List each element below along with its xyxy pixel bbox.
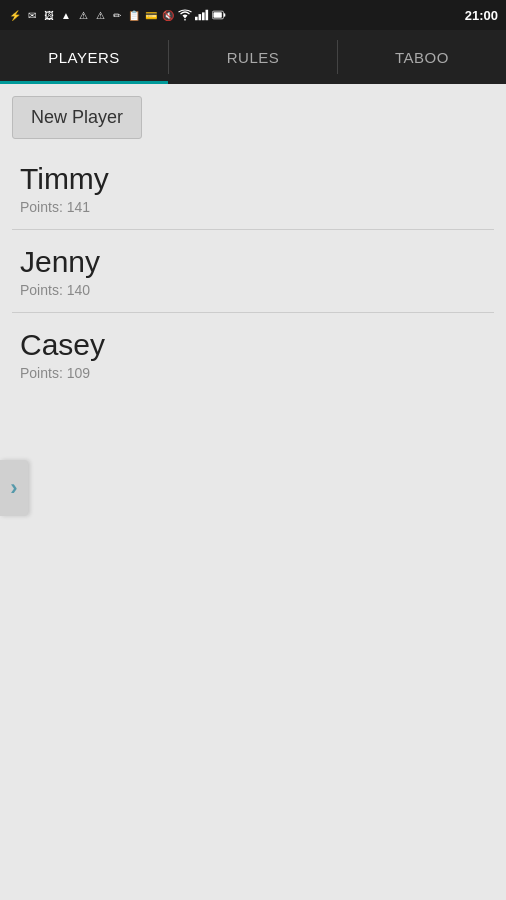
tab-players[interactable]: PLAYERS (0, 30, 168, 84)
svg-rect-3 (206, 10, 209, 21)
warning-icon: ⚠ (76, 8, 90, 22)
player-points: Points: 140 (20, 282, 486, 298)
signal-icon (195, 8, 209, 22)
battery-icon (212, 8, 226, 22)
svg-rect-1 (199, 14, 202, 20)
usb-icon: ⚡ (8, 8, 22, 22)
svg-rect-6 (224, 13, 225, 17)
svg-rect-2 (202, 12, 205, 20)
player-name: Casey (20, 327, 486, 363)
wifi-icon (178, 8, 192, 22)
player-points: Points: 141 (20, 199, 486, 215)
new-player-button[interactable]: New Player (12, 96, 142, 139)
wallet-icon: 💳 (144, 8, 158, 22)
image-icon: 🖼 (42, 8, 56, 22)
clipboard-icon: 📋 (127, 8, 141, 22)
status-bar: ⚡ ✉ 🖼 ▲ ⚠ ⚠ ✏ 📋 💳 🔇 (0, 0, 506, 30)
tab-taboo[interactable]: TABOO (338, 30, 506, 84)
chevron-button[interactable]: › (0, 460, 28, 516)
player-list: Timmy Points: 141 Jenny Points: 140 Case… (12, 147, 494, 395)
player-item-casey[interactable]: Casey Points: 109 (12, 313, 494, 395)
tab-rules[interactable]: RULES (169, 30, 337, 84)
edit-icon: ✏ (110, 8, 124, 22)
player-item-timmy[interactable]: Timmy Points: 141 (12, 147, 494, 230)
tab-bar: PLAYERS RULES TABOO (0, 30, 506, 84)
content-area: New Player Timmy Points: 141 Jenny Point… (0, 84, 506, 407)
svg-rect-5 (213, 12, 221, 18)
mute-icon: 🔇 (161, 8, 175, 22)
warning2-icon: ⚠ (93, 8, 107, 22)
status-time: 21:00 (465, 8, 498, 23)
player-item-jenny[interactable]: Jenny Points: 140 (12, 230, 494, 313)
player-name: Jenny (20, 244, 486, 280)
player-name: Timmy (20, 161, 486, 197)
email-icon: ✉ (25, 8, 39, 22)
status-icons: ⚡ ✉ 🖼 ▲ ⚠ ⚠ ✏ 📋 💳 🔇 (8, 8, 226, 22)
svg-rect-0 (195, 17, 198, 21)
player-points: Points: 109 (20, 365, 486, 381)
upload-icon: ▲ (59, 8, 73, 22)
chevron-right-icon: › (10, 475, 17, 501)
